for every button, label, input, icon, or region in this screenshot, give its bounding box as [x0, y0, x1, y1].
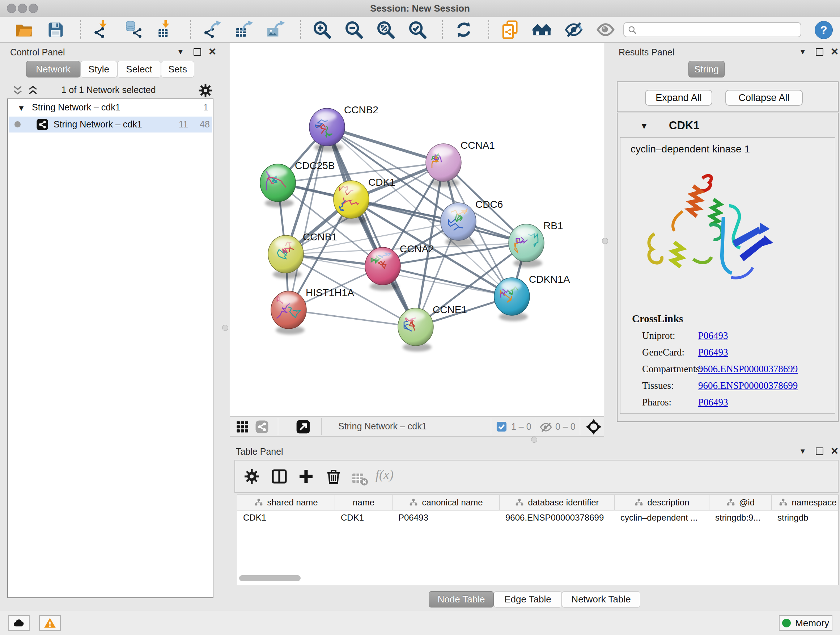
column-header-shared-name[interactable]: shared name [237, 495, 335, 510]
column-header-namespace[interactable]: namespace [772, 495, 838, 510]
tab-string[interactable]: String [688, 61, 725, 78]
delete-table-icon[interactable] [351, 470, 365, 485]
zoom-fit-icon[interactable] [376, 19, 396, 40]
crosslink-compartments-link[interactable]: 9606.ENSP00000378699 [698, 363, 798, 375]
column-header-name[interactable]: name [335, 495, 393, 510]
edge-HIST1H1A-CCNE1[interactable] [289, 310, 416, 327]
edge-CCNA2-CDKN1A[interactable] [383, 266, 512, 296]
crosslink-tissues-link[interactable]: 9606.ENSP00000378699 [698, 380, 798, 391]
expand-all-button[interactable]: Expand All [645, 90, 712, 106]
network-share-icon[interactable] [255, 420, 269, 434]
control-panel-close-icon[interactable]: ✕ [207, 47, 218, 57]
table-cell[interactable]: cyclin–dependent ... [615, 510, 709, 525]
node-CDC6[interactable]: CDC6 [441, 199, 503, 246]
node-CCNB1[interactable]: CCNB1 [268, 231, 337, 279]
node-CDC25B[interactable]: CDC25B [260, 160, 335, 207]
tab-network[interactable]: Network [26, 61, 80, 78]
node-CDK1[interactable]: CDK1 [333, 177, 395, 224]
table-cell[interactable]: P06493 [393, 510, 500, 525]
table-settings-gear-icon[interactable] [243, 468, 261, 485]
collection-name[interactable]: String Network – cdk1 [32, 102, 120, 112]
network-graph[interactable]: CCNB2CCNA1CDC25BCDK1CDC6RB1CCNB1CCNA2CDK… [230, 43, 604, 416]
network-canvas[interactable]: CCNB2CCNA1CDC25BCDK1CDC6RB1CCNB1CCNA2CDK… [230, 43, 604, 416]
create-column-plus-icon[interactable] [297, 468, 315, 485]
node-RB1[interactable]: RB1 [508, 220, 563, 268]
collapse-all-chevron-icon[interactable] [11, 85, 24, 96]
help-button[interactable]: ? [815, 21, 833, 39]
edge-CCNB2-CCNA1[interactable] [327, 127, 444, 163]
node-HIST1H1A[interactable]: HIST1H1A [271, 287, 354, 334]
results-panel-float-icon[interactable] [814, 47, 825, 57]
save-session-icon[interactable] [46, 19, 66, 40]
table-cell[interactable]: CDK1 [335, 510, 393, 525]
table-panel-float-icon[interactable] [814, 447, 825, 456]
collapse-all-button[interactable]: Collapse All [725, 90, 803, 106]
column-header-description[interactable]: description [615, 495, 709, 510]
tab-edge-table[interactable]: Edge Table [494, 591, 562, 608]
export-image-icon[interactable] [265, 19, 286, 40]
tab-network-table[interactable]: Network Table [562, 591, 640, 608]
update-network-icon[interactable] [454, 19, 474, 40]
collection-collapse-icon[interactable]: ▼ [17, 103, 25, 113]
horizontal-scrollbar-thumb[interactable] [239, 575, 301, 581]
export-table-icon[interactable] [234, 19, 254, 40]
node-CDKN1A[interactable]: CDKN1A [494, 274, 570, 321]
table-panel-close-icon[interactable]: ✕ [829, 447, 840, 456]
cloud-button[interactable] [8, 615, 30, 631]
zoom-out-icon[interactable] [344, 19, 364, 40]
tab-node-table[interactable]: Node Table [429, 591, 494, 608]
open-in-new-window-icon[interactable] [296, 420, 310, 434]
import-network-from-database-icon[interactable] [124, 19, 144, 40]
import-network-from-file-icon[interactable] [92, 19, 112, 40]
fit-selected-crosshair-icon[interactable] [585, 418, 602, 435]
table-cell[interactable]: stringdb:9... [709, 510, 772, 525]
tab-sets[interactable]: Sets [161, 61, 194, 78]
search-input[interactable] [640, 24, 797, 36]
warnings-button[interactable] [39, 615, 61, 631]
zoom-selected-icon[interactable] [407, 19, 428, 40]
delete-column-trash-icon[interactable] [325, 468, 342, 485]
open-session-icon[interactable] [14, 19, 34, 40]
crosslink-genecard-link[interactable]: P06493 [698, 347, 728, 358]
export-network-icon[interactable] [202, 19, 222, 40]
bottom-splitter-handle[interactable] [531, 437, 537, 443]
protein-collapse-icon[interactable]: ▼ [640, 121, 648, 131]
crosslink-uniprot-link[interactable]: P06493 [698, 330, 728, 341]
results-panel-menu-icon[interactable]: ▼ [797, 47, 808, 57]
tab-select[interactable]: Select [117, 61, 161, 78]
function-builder-icon[interactable]: f(x) [376, 467, 393, 482]
right-splitter-handle[interactable] [602, 238, 608, 244]
network-list-item[interactable]: String Network – cdk1 11 48 [9, 117, 212, 133]
node-CCNE1[interactable]: CCNE1 [398, 304, 467, 352]
table-row[interactable]: CDK1CDK1P064939606.ENSP00000378699cyclin… [237, 510, 838, 525]
show-columns-icon[interactable] [271, 468, 288, 485]
node-CCNB2[interactable]: CCNB2 [309, 104, 378, 152]
left-splitter-handle[interactable] [222, 325, 228, 331]
string-home-icon[interactable] [532, 19, 552, 40]
column-header--id[interactable]: @id [709, 495, 772, 510]
table-panel-menu-icon[interactable]: ▼ [797, 447, 808, 456]
selected-checkbox-icon[interactable] [496, 421, 507, 432]
clone-network-icon[interactable] [500, 19, 520, 40]
control-panel-float-icon[interactable] [192, 47, 202, 57]
tab-style[interactable]: Style [80, 61, 117, 78]
table-cell[interactable]: CDK1 [237, 510, 335, 525]
table-cell[interactable]: 9606.ENSP00000378699 [500, 510, 615, 525]
results-panel-close-icon[interactable]: ✕ [829, 47, 840, 57]
zoom-in-icon[interactable] [312, 19, 332, 40]
control-panel-menu-icon[interactable]: ▼ [175, 47, 186, 57]
memory-button[interactable]: Memory [779, 615, 832, 631]
hide-details-icon[interactable] [564, 19, 584, 40]
show-eye-icon[interactable] [595, 19, 616, 40]
table-cell[interactable]: stringdb [772, 510, 838, 525]
column-header-canonical-name[interactable]: canonical name [393, 495, 500, 510]
network-options-gear-icon[interactable] [197, 82, 213, 98]
search-field[interactable] [623, 22, 801, 37]
edge-CCNB2-HIST1H1A[interactable] [289, 127, 327, 310]
import-table-from-file-icon[interactable] [156, 19, 176, 40]
crosslink-pharos-link[interactable]: P06493 [698, 397, 728, 408]
hidden-eye-slash-icon[interactable] [539, 421, 553, 434]
birds-eye-grid-icon[interactable] [236, 421, 248, 433]
toolbar-separator [190, 20, 191, 39]
column-header-database-identifier[interactable]: database identifier [500, 495, 615, 510]
